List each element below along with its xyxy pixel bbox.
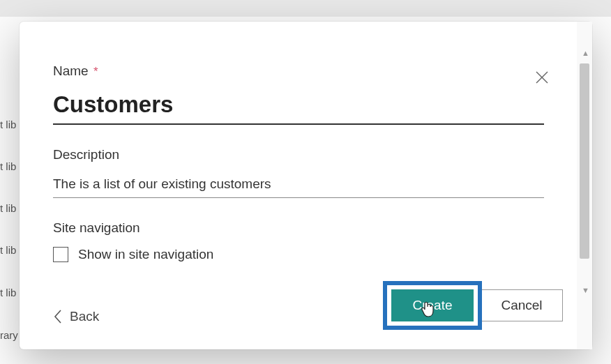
show-in-nav-checkbox[interactable] (53, 247, 68, 262)
name-label: Name * (53, 63, 543, 79)
dialog-button-row: Create Cancel (383, 281, 563, 330)
bg-list-item: t lib (0, 160, 16, 172)
bg-list-item: t lib (0, 119, 16, 130)
create-button-highlight: Create (383, 281, 482, 330)
scroll-down-icon[interactable]: ▼ (582, 287, 589, 294)
site-navigation-label: Site navigation (53, 220, 543, 236)
create-button-label: Create (412, 298, 452, 313)
back-button[interactable]: Back (53, 309, 99, 324)
name-input[interactable] (53, 89, 544, 125)
create-list-dialog: ▲ ▼ Name * Description Site navigation S… (20, 22, 592, 349)
scroll-up-icon[interactable]: ▲ (582, 50, 589, 57)
name-label-text: Name (53, 63, 89, 78)
description-field-group: Description (53, 147, 543, 198)
name-field-group: Name * (53, 63, 543, 125)
create-button[interactable]: Create (391, 289, 474, 321)
required-indicator: * (93, 65, 98, 78)
background-toolbar (0, 0, 611, 17)
bg-list-item: rary (0, 329, 18, 341)
show-in-nav-label: Show in site navigation (78, 247, 213, 262)
back-label: Back (70, 309, 99, 324)
chevron-left-icon (53, 309, 63, 324)
cancel-button[interactable]: Cancel (481, 289, 563, 321)
site-navigation-group: Site navigation Show in site navigation (53, 220, 543, 262)
show-in-nav-row: Show in site navigation (53, 247, 543, 262)
scrollbar-thumb[interactable] (580, 63, 589, 259)
bg-list-item: t lib (0, 287, 16, 298)
description-input[interactable] (53, 172, 544, 198)
bg-list-item: t lib (0, 202, 16, 214)
description-label: Description (53, 147, 543, 162)
scrollbar-track[interactable]: ▲ ▼ (577, 22, 592, 349)
cancel-button-label: Cancel (501, 298, 542, 313)
bg-list-item: t lib (0, 244, 16, 256)
